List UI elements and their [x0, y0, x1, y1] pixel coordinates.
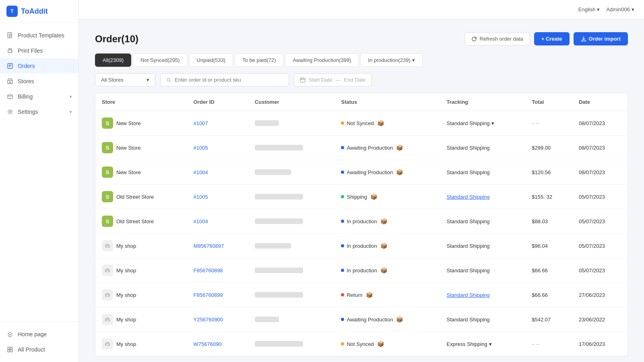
tracking-cell[interactable]: Express Shipping ▾ — [440, 332, 526, 356]
status-cell: Not Synced 📦 — [334, 111, 440, 136]
custom-store-icon — [102, 338, 113, 350]
order-id-cell[interactable]: F856760898 — [187, 258, 248, 283]
sidebar-item-print-files[interactable]: Print Files — [0, 43, 78, 58]
tracking-cell[interactable]: Standard Shipping — [440, 185, 526, 209]
tab-in-production[interactable]: In production(239) ▾ — [360, 53, 423, 67]
tab-awaiting-production[interactable]: Awaiting Production(399) — [285, 53, 359, 67]
tracking-cell[interactable]: Standard Shipping — [440, 209, 526, 234]
sidebar-item-product-templates[interactable]: Product Templates — [0, 28, 78, 43]
tab-to-be-paid[interactable]: To be paid(72) — [235, 53, 283, 67]
tab-not-synced[interactable]: Not Synced(295) — [133, 53, 188, 67]
col-tracking: Tracking — [440, 93, 526, 111]
store-cell: SOld Street Store — [95, 209, 187, 234]
tracking-cell[interactable]: Standard Shipping — [440, 307, 526, 332]
tracking-select[interactable]: Express Shipping ▾ — [447, 341, 519, 347]
status-text: Return — [347, 292, 362, 298]
language-selector[interactable]: English ▾ — [578, 6, 600, 12]
search-box[interactable] — [160, 73, 289, 86]
sidebar-item-stores[interactable]: Stores — [0, 74, 78, 89]
store-cell: SNew Store — [95, 136, 187, 160]
date-filter[interactable]: Start Date — End Date — [294, 73, 372, 86]
tracking-cell[interactable]: Standard Shipping — [440, 234, 526, 258]
col-customer: Customer — [248, 93, 335, 111]
store-name: New Store — [116, 120, 141, 126]
sidebar-item-settings[interactable]: Settings ▾ — [0, 104, 78, 119]
customer-cell — [248, 185, 335, 209]
order-id-cell[interactable]: M856760897 — [187, 234, 248, 258]
date-cell: 27/06/2023 — [572, 283, 627, 307]
customer-cell — [248, 111, 335, 136]
create-button[interactable]: + Create — [534, 32, 570, 45]
order-id-cell[interactable]: W75676090 — [187, 332, 248, 356]
status-cell: Shipping 📦 — [334, 185, 440, 209]
search-input[interactable] — [175, 77, 283, 83]
refresh-button[interactable]: Refresh order data — [464, 32, 530, 45]
customer-cell — [248, 332, 335, 356]
main-content: English ▾ Admin006 ▾ Order(10) Refresh o… — [79, 0, 644, 362]
tracking-text: Standard Shipping — [447, 218, 490, 224]
package-icon: 📦 — [366, 292, 373, 298]
table-row: My shopY256760900 Awaiting Production 📦 … — [95, 307, 627, 332]
billing-icon — [6, 93, 14, 100]
date-end: End Date — [344, 77, 366, 83]
store-cell: My shop — [95, 258, 187, 283]
tab-all[interactable]: All(2309) — [95, 53, 131, 67]
order-id-cell[interactable]: #1007 — [187, 111, 248, 136]
status-dot — [341, 244, 344, 247]
chevron-down-icon-tab: ▾ — [412, 57, 415, 63]
logo-text: ToAddit — [21, 7, 48, 16]
tracking-text: Standard Shipping — [447, 267, 490, 274]
user-menu[interactable]: Admin006 ▾ — [606, 6, 634, 12]
sidebar-item-stores-label: Stores — [18, 78, 34, 84]
sidebar-item-all-product-label: All Product — [18, 346, 45, 353]
order-import-button[interactable]: Order import — [574, 32, 628, 45]
order-id-cell[interactable]: #1005 — [187, 136, 248, 160]
tracking-cell[interactable]: Standard Shipping — [440, 136, 526, 160]
tracking-cell[interactable]: Standard Shipping — [440, 160, 526, 185]
total-cell: $66.66 — [525, 258, 572, 283]
total-cell: $96.04 — [525, 234, 572, 258]
status-text: Awaiting Production — [347, 317, 393, 323]
tracking-link[interactable]: Standard Shipping — [447, 194, 490, 200]
table-row: SOld Street Store#1005 Shipping 📦 Standa… — [95, 185, 627, 209]
sidebar-item-billing[interactable]: Billing ▾ — [0, 89, 78, 104]
sidebar-item-orders-label: Orders — [18, 63, 35, 69]
shopify-icon: S — [102, 167, 113, 178]
sidebar-item-home-page[interactable]: Home page — [0, 327, 78, 342]
order-id-cell[interactable]: F856760899 — [187, 283, 248, 307]
store-cell: SNew Store — [95, 160, 187, 185]
store-name: My shop — [116, 317, 136, 323]
language-label: English — [578, 6, 596, 12]
status-cell: In production 📦 — [334, 258, 440, 283]
tab-unpaid[interactable]: Unpaid(533) — [189, 53, 233, 67]
store-filter[interactable]: All Stores ▾ — [95, 73, 155, 86]
order-id-cell[interactable]: #1004 — [187, 160, 248, 185]
tracking-cell[interactable]: Standard Shipping ▾ — [440, 111, 526, 136]
chevron-down-icon-tracking: ▾ — [489, 341, 492, 347]
date-start: Start Date — [309, 77, 332, 83]
total-cell: – – — [525, 111, 572, 136]
tracking-link[interactable]: Standard Shipping — [447, 292, 490, 298]
user-chevron: ▾ — [632, 6, 634, 12]
tracking-cell[interactable]: Standard Shipping — [440, 258, 526, 283]
order-id-cell[interactable]: #1005 — [187, 185, 248, 209]
logo: T ToAddit — [0, 0, 78, 23]
sidebar-item-all-product[interactable]: All Product — [0, 342, 78, 357]
tracking-cell[interactable]: Standard Shipping — [440, 283, 526, 307]
status-text: In production — [347, 243, 377, 249]
filters: All Stores ▾ Start Date — End Date — [95, 73, 628, 86]
date-cell: 17/06/2023 — [572, 332, 627, 356]
order-id-cell[interactable]: Y256760900 — [187, 307, 248, 332]
sidebar-item-orders[interactable]: Orders — [0, 58, 78, 74]
table-row: SNew Store#1007 Not Synced 📦 Standard Sh… — [95, 111, 627, 136]
tracking-text: Standard Shipping — [447, 317, 490, 323]
status-dot — [341, 195, 344, 198]
store-filter-label: All Stores — [101, 77, 124, 83]
tracking-select[interactable]: Standard Shipping ▾ — [447, 120, 519, 126]
status-text: Not Synced — [347, 341, 374, 347]
status-text: In production — [347, 267, 377, 274]
package-icon: 📦 — [377, 120, 384, 126]
col-total: Total — [525, 93, 572, 111]
order-id-cell[interactable]: #1004 — [187, 209, 248, 234]
date-cell: 05/07/2023 — [572, 209, 627, 234]
